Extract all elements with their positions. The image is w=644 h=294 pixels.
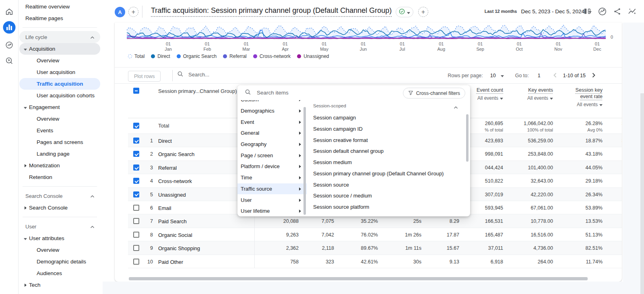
sidebar-item-audiences[interactable]: Audiences [19, 267, 100, 279]
sidebar-item-overview[interactable]: Overview [19, 244, 100, 256]
metric-events-selector[interactable]: All events [477, 95, 503, 101]
page-prev-icon[interactable] [553, 73, 557, 79]
metric-events-selector[interactable]: All events [527, 95, 553, 101]
rows-per-page-value[interactable]: 10 [490, 73, 496, 78]
table-search[interactable]: Search... [177, 71, 209, 78]
dimension-option-session-creative-format[interactable]: Session creative format [313, 134, 368, 146]
category-item-page-screen[interactable]: Page / screen [237, 150, 307, 161]
category-item-platform-device[interactable]: Platform / device [237, 161, 307, 172]
legend-item-total[interactable]: Total [128, 53, 144, 59]
row-checkbox[interactable] [133, 123, 139, 129]
dimension-option-session-campaign-id[interactable]: Session campaign ID [313, 123, 363, 135]
sidebar-item-realtime-overview[interactable]: Realtime overview [19, 1, 100, 12]
category-item-general[interactable]: General [237, 127, 307, 139]
metric-events-selector[interactable]: All events [576, 102, 603, 107]
sidebar-item-retention[interactable]: Retention [19, 171, 100, 183]
legend-item-unassigned[interactable]: Unassigned [297, 53, 329, 59]
metric-header-event_count[interactable]: Event countAll events [477, 87, 503, 101]
sidebar-item-user-attributes[interactable]: User attributes [19, 232, 100, 244]
sidebar-item-monetization[interactable]: Monetization [19, 160, 100, 171]
dimension-option-session-campaign[interactable]: Session campaign [313, 112, 356, 123]
row-checkbox[interactable] [133, 232, 139, 238]
legend-item-referral[interactable]: Referral [223, 53, 247, 59]
dimension-option-session-default-channel-group[interactable]: Session default channel group [313, 146, 384, 157]
avatar[interactable]: A [115, 7, 125, 17]
sidebar-item-events[interactable]: Events [19, 125, 100, 136]
row-checkbox[interactable] [133, 151, 139, 157]
legend-item-direct[interactable]: Direct [151, 53, 170, 59]
sidebar-item-pages-and-screens[interactable]: Pages and screens [19, 136, 100, 148]
category-item-custom[interactable]: Custom [237, 100, 307, 105]
table-row-organic-shopping[interactable]: 9Organic Shopping2,3622,11889.67%1m 11s1… [128, 241, 622, 255]
comparison-icon[interactable] [582, 6, 592, 16]
category-item-time[interactable]: Time [237, 172, 307, 183]
category-item-geography[interactable]: Geography [237, 139, 307, 150]
dimension-option-session-medium[interactable]: Session medium [313, 157, 352, 168]
report-status-badge[interactable] [396, 7, 413, 17]
goto-value[interactable]: 1 [538, 73, 541, 78]
chevron-down-icon[interactable] [501, 73, 504, 78]
horizontal-scrollbar[interactable] [129, 277, 588, 280]
category-item-demographics[interactable]: Demographics [237, 105, 307, 117]
dimension-option-session-source[interactable]: Session source [313, 179, 349, 190]
plot-rows-button[interactable]: Plot rows [128, 71, 161, 82]
select-all-checkbox[interactable] [133, 88, 139, 94]
table-row-organic-social[interactable]: 8Organic Social9,2637,04276.02%1m 26s17.… [128, 228, 622, 241]
chevron-up-icon[interactable] [454, 103, 458, 111]
table-row-paid-search[interactable]: 7Paid Search20,0887,07535.22%25s8.29166,… [128, 214, 622, 228]
add-metric-button[interactable]: + [418, 7, 428, 17]
sidebar-item-user-acquisition-cohorts[interactable]: User acquisition cohorts [19, 90, 100, 101]
sidebar-item-traffic-acquisition[interactable]: Traffic acquisition [19, 78, 100, 90]
panel-scrollbar[interactable] [466, 114, 469, 162]
dimension-option-session-source-medium[interactable]: Session source / medium [313, 190, 372, 201]
row-checkbox[interactable] [133, 205, 139, 211]
timeseries-chart[interactable] [127, 23, 606, 40]
row-checkbox[interactable] [133, 138, 139, 144]
dimension-header[interactable]: Session primary...Channel Group) [158, 88, 244, 94]
add-comparison-button[interactable]: + [128, 7, 138, 17]
rail-item-home[interactable] [2, 5, 17, 20]
sidebar-item-user[interactable]: User [19, 220, 100, 232]
legend-item-organic-search[interactable]: Organic Search [177, 53, 217, 59]
sidebar-item-landing-page[interactable]: Landing page [19, 148, 100, 160]
row-checkbox[interactable] [133, 164, 139, 171]
trending-icon[interactable] [627, 6, 637, 16]
category-item-user[interactable]: User [237, 194, 307, 206]
sidebar-item-overview[interactable]: Overview [19, 113, 100, 125]
sidebar-item-engagement[interactable]: Engagement [19, 101, 100, 113]
rail-item-reports[interactable] [2, 21, 17, 35]
rail-item-advertising[interactable] [2, 39, 17, 53]
legend-item-cross-network[interactable]: Cross-network [253, 53, 291, 59]
sidebar-item-tech[interactable]: Tech [19, 279, 100, 291]
row-checkbox[interactable] [133, 245, 139, 251]
sidebar-item-life-cycle[interactable]: Life cycle [19, 31, 100, 43]
category-item-traffic-source[interactable]: Traffic source [237, 183, 307, 195]
row-checkbox[interactable] [133, 178, 139, 184]
sidebar-item-user-acquisition[interactable]: User acquisition [19, 66, 100, 78]
page-vertical-scrollbar[interactable] [640, 93, 644, 294]
sidebar-item-acquisition[interactable]: Acquisition [19, 43, 100, 55]
menu-scrollbar[interactable] [303, 107, 306, 215]
insights-icon[interactable] [597, 6, 607, 16]
row-checkbox[interactable] [133, 259, 139, 265]
sidebar-item-search-console[interactable]: Search Console [19, 190, 100, 202]
category-item-event[interactable]: Event [237, 116, 307, 127]
dimension-option-session-primary-channel-group-default-channel-group-[interactable]: Session primary channel group (Default C… [313, 168, 444, 179]
cross-channel-filters-chip[interactable]: Cross-channel filters [403, 88, 465, 99]
table-row-paid-other[interactable]: 10Paid Other75832342.61%30s9.136,918264.… [128, 255, 622, 268]
row-checkbox[interactable] [133, 191, 139, 197]
sidebar-item-demographic-details[interactable]: Demographic details [19, 256, 100, 267]
sidebar-item-overview[interactable]: Overview [19, 55, 100, 66]
share-icon[interactable] [612, 6, 622, 16]
rail-item-explore[interactable] [2, 54, 17, 69]
date-range-picker[interactable]: Last 12 months Dec 5, 2023 - Dec 5, 2024 [485, 0, 592, 23]
sidebar-item-search-console[interactable]: Search Console [19, 202, 100, 214]
category-item-user-lifetime[interactable]: User lifetime [237, 206, 307, 216]
sidebar-item-realtime-pages[interactable]: Realtime pages [19, 12, 100, 24]
row-checkbox[interactable] [133, 218, 139, 224]
dimension-option-session-source-platform[interactable]: Session source platform [313, 201, 369, 213]
metric-header-key_events[interactable]: Key eventsAll events [527, 87, 553, 101]
page-next-icon[interactable] [592, 73, 595, 79]
page-title[interactable]: Traffic acquisition: Session primary cha… [151, 6, 392, 17]
metric-header-rate[interactable]: Session keyevent rateAll events [576, 87, 603, 107]
